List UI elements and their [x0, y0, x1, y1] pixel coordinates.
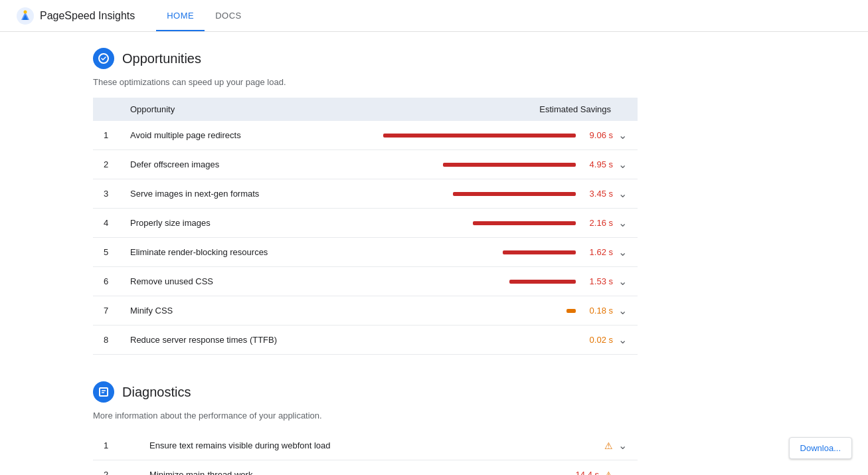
- diagnostic-savings-cell: ⚠⌄: [495, 431, 638, 460]
- savings-bar: [509, 280, 576, 284]
- opportunities-description: These optimizations can speed up your pa…: [93, 77, 638, 87]
- table-row[interactable]: 2Defer offscreen images4.95 s⌄: [93, 150, 638, 179]
- nav-tabs: HOME DOCS: [156, 1, 252, 31]
- expand-chevron-icon[interactable]: ⌄: [618, 468, 627, 475]
- savings-value: 3.45 s: [581, 189, 613, 199]
- savings-bar: [453, 192, 576, 196]
- savings-value: 1.62 s: [581, 247, 613, 257]
- table-row[interactable]: 2Minimize main-thread work14.4 s⚠⌄: [93, 460, 638, 476]
- savings-bar: [503, 250, 576, 254]
- table-row[interactable]: 7Minify CSS0.18 s⌄: [93, 296, 638, 326]
- table-row[interactable]: 3Serve images in next-gen formats3.45 s⌄: [93, 179, 638, 209]
- diagnostic-label: Ensure text remains visible during webfo…: [139, 431, 495, 460]
- expand-chevron-icon[interactable]: ⌄: [618, 246, 627, 258]
- diagnostics-icon: [93, 381, 114, 403]
- opportunity-label: Avoid multiple page redirects: [120, 121, 321, 150]
- warning-icon: ⚠: [604, 470, 613, 476]
- opportunity-label: Reduce server response times (TTFB): [120, 326, 321, 355]
- savings-cell: 9.06 s⌄: [321, 121, 638, 150]
- table-row[interactable]: 1Avoid multiple page redirects9.06 s⌄: [93, 121, 638, 150]
- col-opportunity-header: Opportunity: [120, 98, 321, 121]
- savings-bar: [383, 134, 576, 138]
- opportunities-table: Opportunity Estimated Savings 1Avoid mul…: [93, 98, 638, 355]
- row-number: 5: [93, 238, 120, 267]
- download-button[interactable]: Downloa...: [789, 437, 852, 459]
- opportunity-label: Serve images in next-gen formats: [120, 179, 321, 209]
- row-number: 1: [93, 121, 120, 150]
- table-header-row: Opportunity Estimated Savings: [93, 98, 638, 121]
- opportunity-label: Properly size images: [120, 209, 321, 238]
- col-num-header: [93, 98, 120, 121]
- savings-bar: [473, 221, 576, 225]
- col-savings-header: Estimated Savings: [321, 98, 638, 121]
- opportunity-label: Defer offscreen images: [120, 150, 321, 179]
- row-number: 8: [93, 326, 120, 355]
- savings-cell: 3.45 s⌄: [321, 179, 638, 209]
- savings-cell: 1.53 s⌄: [321, 267, 638, 296]
- diagnostic-label: Minimize main-thread work: [139, 460, 495, 476]
- diagnostics-title: Diagnostics: [122, 385, 191, 400]
- warning-icon: ⚠: [604, 440, 613, 451]
- opportunities-icon: [93, 48, 114, 69]
- savings-value: 0.02 s: [581, 335, 613, 345]
- expand-chevron-icon[interactable]: ⌄: [618, 333, 627, 346]
- table-row[interactable]: 1Ensure text remains visible during webf…: [93, 431, 638, 460]
- savings-bar: [443, 163, 576, 167]
- logo-container: PageSpeed Insights: [16, 7, 135, 25]
- opportunity-label: Eliminate render-blocking resources: [120, 238, 321, 267]
- savings-cell: 1.62 s⌄: [321, 238, 638, 267]
- row-number: 2: [93, 150, 120, 179]
- opportunities-title: Opportunities: [122, 51, 201, 66]
- table-row[interactable]: 8Reduce server response times (TTFB)0.02…: [93, 326, 638, 355]
- savings-value: 4.95 s: [581, 159, 613, 169]
- row-number: 3: [93, 179, 120, 209]
- expand-chevron-icon[interactable]: ⌄: [618, 158, 627, 171]
- diagnostic-savings-cell: 14.4 s⚠⌄: [495, 460, 638, 476]
- savings-value: 2.16 s: [581, 218, 613, 228]
- row-number: 6: [93, 267, 120, 296]
- tab-docs[interactable]: DOCS: [205, 1, 252, 31]
- savings-cell: 0.18 s⌄: [321, 296, 638, 326]
- diagnostics-description: More information about the performance o…: [93, 411, 638, 421]
- row-number: 2: [93, 460, 139, 476]
- opportunity-label: Remove unused CSS: [120, 267, 321, 296]
- expand-chevron-icon[interactable]: ⌄: [618, 129, 627, 142]
- table-row[interactable]: 6Remove unused CSS1.53 s⌄: [93, 267, 638, 296]
- savings-value: 1.53 s: [581, 276, 613, 286]
- savings-value: 14.4 s: [567, 470, 599, 475]
- tab-home[interactable]: HOME: [156, 1, 205, 31]
- svg-point-1: [24, 10, 27, 13]
- diagnostics-section-header: Diagnostics: [93, 381, 638, 403]
- expand-chevron-icon[interactable]: ⌄: [618, 187, 627, 200]
- table-row[interactable]: 4Properly size images2.16 s⌄: [93, 209, 638, 238]
- savings-cell: 4.95 s⌄: [321, 150, 638, 179]
- app-header: PageSpeed Insights HOME DOCS: [0, 0, 868, 32]
- savings-cell: 2.16 s⌄: [321, 209, 638, 238]
- expand-chevron-icon[interactable]: ⌄: [618, 275, 627, 288]
- app-title: PageSpeed Insights: [40, 10, 135, 22]
- diagnostics-table: 1Ensure text remains visible during webf…: [93, 431, 638, 475]
- opportunity-label: Minify CSS: [120, 296, 321, 326]
- pagespeed-logo: [16, 7, 35, 25]
- savings-value: 0.18 s: [581, 306, 613, 316]
- savings-cell: 0.02 s⌄: [321, 326, 638, 355]
- expand-chevron-icon[interactable]: ⌄: [618, 217, 627, 229]
- savings-bar: [566, 309, 576, 313]
- savings-value: 9.06 s: [581, 130, 613, 140]
- table-row[interactable]: 5Eliminate render-blocking resources1.62…: [93, 238, 638, 267]
- row-number: 1: [93, 431, 139, 460]
- row-number: 4: [93, 209, 120, 238]
- expand-chevron-icon[interactable]: ⌄: [618, 439, 627, 452]
- row-number: 7: [93, 296, 120, 326]
- svg-rect-3: [100, 388, 108, 396]
- main-content: Opportunities These optimizations can sp…: [0, 32, 731, 475]
- expand-chevron-icon[interactable]: ⌄: [618, 304, 627, 317]
- opportunities-section-header: Opportunities: [93, 48, 638, 69]
